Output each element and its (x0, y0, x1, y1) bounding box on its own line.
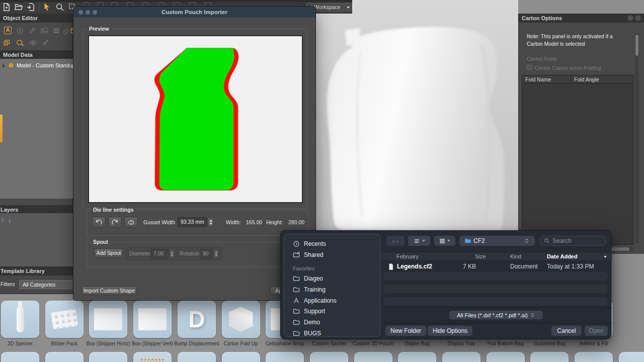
forward-chevron-icon[interactable]: › (396, 237, 398, 245)
hide-options-button[interactable]: Hide Options (428, 326, 472, 336)
close-panel-icon[interactable] (635, 15, 641, 21)
shapes-icon[interactable] (62, 27, 70, 35)
template-tile-label: Custom 3D Pouch (353, 341, 393, 346)
collapsed-tab-accent[interactable] (0, 115, 3, 142)
center-carton-checkbox[interactable] (527, 65, 532, 70)
back-chevron-icon[interactable]: ‹ (392, 237, 394, 245)
duplicate-model-icon[interactable] (3, 39, 11, 47)
select-cursor-icon[interactable] (42, 3, 51, 12)
template-tile-partial[interactable] (619, 352, 644, 362)
new-folder-button[interactable]: New Folder (385, 326, 426, 336)
search-field[interactable] (540, 236, 606, 246)
add-icon[interactable] (16, 27, 24, 35)
sidebar-item-training[interactable]: Training (284, 285, 378, 294)
filters-label: Filters (1, 281, 15, 287)
template-tile-partial[interactable] (266, 352, 304, 362)
vertical-scrollbar[interactable] (635, 33, 639, 244)
scrollbar-thumb[interactable] (635, 35, 638, 56)
edit-icon[interactable] (28, 27, 36, 35)
template-tile[interactable] (45, 301, 84, 338)
image-icon[interactable] (40, 27, 48, 35)
template-tile-partial[interactable] (530, 352, 569, 362)
search-icon[interactable] (55, 3, 64, 12)
import-custom-shape-button[interactable]: Import Custom Shape (82, 286, 137, 295)
size-column-header[interactable]: Size (475, 253, 486, 259)
kind-column-header[interactable]: Kind (510, 253, 521, 259)
template-tile[interactable] (89, 301, 127, 338)
rotation-input[interactable]: 90 (200, 249, 213, 258)
template-tile-partial[interactable] (1, 352, 39, 362)
template-tile-partial[interactable] (89, 352, 127, 362)
template-tile-partial[interactable] (222, 352, 260, 362)
window-minimize-icon[interactable] (86, 10, 90, 15)
file-kind: Document (510, 263, 538, 270)
open-button[interactable]: Open (585, 326, 608, 336)
fold-name-column-header[interactable]: Fold Name (522, 75, 571, 83)
template-tile-partial[interactable] (133, 352, 172, 362)
model-tree-item[interactable]: Model - Custom Standup Pou (0, 62, 73, 70)
template-tile-partial[interactable] (487, 352, 525, 362)
template-tile-partial[interactable] (45, 352, 84, 362)
category-select[interactable]: All Categories (19, 280, 72, 289)
template-tile-label: Box (Shipper Vert) (132, 341, 173, 346)
artwork-icon[interactable]: A (4, 27, 12, 34)
search-input[interactable] (552, 237, 598, 244)
diameter-stepper[interactable] (169, 249, 175, 258)
disclosure-triangle-icon[interactable] (3, 64, 5, 68)
diameter-input[interactable]: 7.00 (150, 249, 169, 258)
sidebar-item-diageo[interactable]: Diageo (284, 274, 378, 283)
flip-gusset-button[interactable] (124, 217, 138, 228)
add-spout-button[interactable]: Add Spout (94, 248, 123, 258)
search-icon (544, 238, 550, 244)
template-tile-partial[interactable] (178, 352, 216, 362)
template-tile[interactable]: D (178, 301, 216, 338)
sidebar-item-bugs[interactable]: BUGS (284, 329, 378, 337)
fold-angle-column-header[interactable]: Fold Angle (571, 75, 633, 83)
pin-icon[interactable] (41, 39, 49, 47)
rotation-stepper[interactable] (213, 249, 219, 258)
template-tile-partial[interactable] (575, 352, 613, 362)
window-close-icon[interactable] (78, 10, 83, 15)
file-type-filter-select[interactable]: All Files (*.dxf *.cf2 *.pdf *.ai) (449, 311, 543, 319)
template-tile[interactable] (222, 301, 260, 338)
folder-select[interactable]: CF2 (459, 236, 535, 246)
nav-back-forward[interactable]: ‹ › (386, 236, 405, 246)
dialog-titlebar[interactable]: Custom Pouch Importer (73, 7, 315, 18)
sidebar-item-shared[interactable]: Shared (284, 250, 378, 259)
detach-panel-icon[interactable] (627, 15, 633, 21)
gusset-width-input[interactable]: 93.33 mm (178, 217, 207, 227)
rotate-left-button[interactable] (92, 217, 106, 228)
sidebar-item-recents[interactable]: Recents (284, 239, 378, 248)
sidebar-item-demo[interactable]: Demo (284, 318, 378, 326)
new-document-icon[interactable] (2, 3, 11, 12)
cancel-button[interactable]: Cancel (551, 326, 582, 336)
group-view-button[interactable] (434, 236, 455, 246)
open-folder-icon[interactable] (14, 3, 23, 12)
add-model-icon[interactable] (16, 39, 24, 47)
template-tile[interactable] (133, 301, 172, 338)
file-dialog-sidebar: Recents Shared Favorites DiageoTrainingA… (284, 234, 380, 337)
sidebar-item-support[interactable]: Support (284, 307, 378, 315)
template-tile-partial[interactable] (398, 352, 436, 362)
gusset-width-stepper[interactable] (207, 217, 214, 227)
import-document-icon[interactable] (27, 3, 36, 12)
window-zoom-icon[interactable] (93, 10, 97, 15)
template-tile-partial[interactable] (310, 352, 348, 362)
dialog-title: Custom Pouch Importer (73, 7, 315, 18)
rotate-right-button[interactable] (108, 217, 122, 228)
date-added-column-header[interactable]: Date Added (547, 253, 578, 259)
template-tile-partial[interactable] (442, 352, 480, 362)
move-down-icon[interactable]: ↓ (8, 216, 12, 224)
template-tile[interactable] (1, 301, 39, 338)
fold-table[interactable]: Fold Name Fold Angle (522, 75, 633, 245)
sidebar-item-applications[interactable]: Applications (284, 296, 378, 305)
visibility-icon[interactable] (29, 39, 37, 47)
template-tile-partial[interactable] (354, 352, 392, 362)
list-view-button[interactable] (408, 236, 430, 246)
pouch-die-line (89, 36, 302, 202)
carton-options-title: Carton Options (519, 15, 562, 21)
sidebar-item-label: Recents (304, 240, 326, 247)
move-up-icon[interactable]: ↑ (1, 216, 5, 224)
file-row[interactable]: Legends.cf2 7 KB Document Today at 1:33 … (380, 262, 612, 272)
list-icon[interactable] (52, 27, 60, 35)
